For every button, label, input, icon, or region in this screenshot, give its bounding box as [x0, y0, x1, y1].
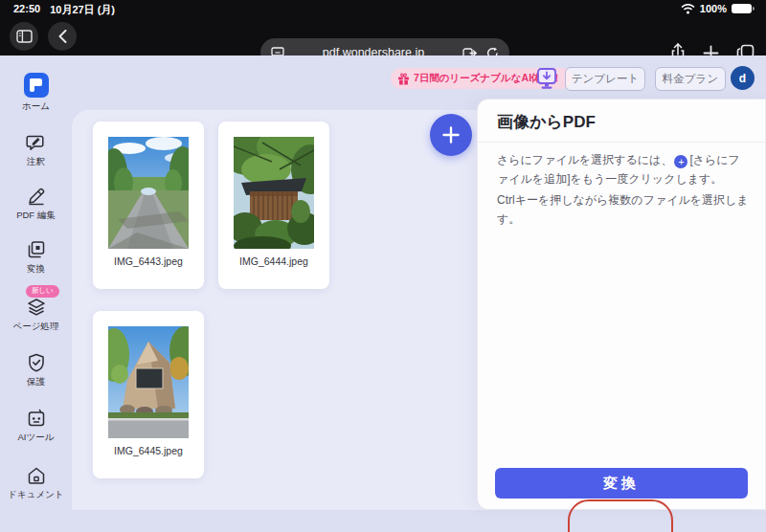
wifi-icon — [681, 4, 695, 14]
convert-icon — [26, 239, 47, 260]
plus-icon — [441, 125, 461, 144]
sidebar-toggle-button[interactable] — [10, 22, 38, 51]
date: 10月27日 (月) — [50, 3, 115, 17]
template-button[interactable]: テンプレート — [565, 67, 645, 91]
layers-icon — [26, 297, 47, 318]
app-header: 7日間のリーズナブルなAI体験！ テンプレート 料金プラン d — [0, 65, 766, 94]
file-card[interactable]: IMG_6444.jpeg — [218, 122, 329, 289]
sidebar-item-pdf-edit[interactable]: PDF 編集 — [0, 186, 72, 222]
panel-title: 画像からPDF — [497, 111, 596, 133]
convert-button[interactable]: 変換 — [495, 468, 748, 499]
instruction-2: Ctrlキーを押しながら複数のファイルを選択します。 — [497, 191, 750, 230]
photo-thumbnail-wooden-shrine — [234, 137, 314, 249]
sidebar-item-ai-tools[interactable]: AIツール — [0, 408, 72, 444]
instruction-1: さらにファイルを選択するには、+[さらにファイルを追加]をもう一度クリックします… — [497, 151, 750, 189]
webpage: 7日間のリーズナブルなAI体験！ テンプレート 料金プラン d ホーム 注釈 — [0, 55, 766, 532]
screen: 22:50 10月27日 (月) 100% — [0, 0, 766, 532]
photo-thumbnail-stone-monument — [108, 326, 189, 438]
edit-pencil-icon — [26, 186, 47, 207]
file-name: IMG_6443.jpeg — [93, 255, 204, 267]
battery-percent: 100% — [700, 3, 727, 14]
sidebar-item-protect[interactable]: 保護 — [0, 352, 72, 388]
sidebar: ホーム 注釈 PDF 編集 変換 新しい — [0, 55, 72, 532]
instruction-1a: さらにファイルを選択するには、 — [497, 153, 672, 166]
battery-icon — [732, 4, 755, 13]
browser-chrome: 22:50 10月27日 (月) 100% — [0, 0, 766, 55]
sidebar-icon — [16, 30, 33, 43]
sidebar-item-page-process[interactable]: 新しい ページ処理 — [0, 297, 72, 333]
status-bar: 22:50 10月27日 (月) 100% — [0, 0, 766, 17]
download-desktop-button[interactable] — [534, 66, 559, 91]
red-annotation-oval — [568, 499, 673, 532]
ai-robot-icon — [26, 408, 47, 429]
sidebar-item-label: ホーム — [22, 100, 50, 113]
sidebar-item-label: 注釈 — [27, 156, 45, 168]
add-file-button[interactable] — [430, 114, 472, 156]
back-chevron-icon — [58, 30, 67, 43]
image-to-pdf-panel: 画像からPDF さらにファイルを選択するには、+[さらにファイルを追加]をもう一… — [477, 99, 766, 510]
sidebar-item-label: ドキュメント — [8, 489, 63, 501]
documents-home-icon — [26, 465, 47, 486]
divider — [478, 142, 765, 143]
home-logo-icon — [24, 73, 49, 98]
sidebar-item-convert[interactable]: 変換 — [0, 239, 72, 276]
sidebar-item-home[interactable]: ホーム — [0, 73, 72, 113]
download-desktop-icon — [535, 67, 558, 91]
safari-toolbar: pdf.wondershare.jp — [0, 17, 766, 55]
file-card[interactable]: IMG_6445.jpeg — [93, 311, 204, 478]
sidebar-item-label: PDF 編集 — [16, 210, 56, 222]
sidebar-item-label: AIツール — [18, 432, 55, 444]
gift-icon — [397, 73, 410, 85]
annotation-icon — [26, 132, 47, 153]
file-name: IMG_6445.jpeg — [93, 445, 204, 456]
sidebar-item-label: 変換 — [27, 263, 45, 276]
photo-thumbnail-park-path — [108, 137, 189, 249]
sidebar-item-annotation[interactable]: 注釈 — [0, 132, 72, 168]
clock: 22:50 — [13, 3, 40, 17]
back-button[interactable] — [48, 22, 77, 51]
file-name: IMG_6444.jpeg — [218, 255, 329, 267]
sidebar-item-label: ページ処理 — [13, 321, 59, 333]
inline-add-icon: + — [674, 155, 687, 168]
sidebar-item-label: 保護 — [27, 376, 45, 388]
avatar[interactable]: d — [731, 66, 755, 90]
sidebar-item-documents[interactable]: ドキュメント — [0, 465, 72, 501]
file-card[interactable]: IMG_6443.jpeg — [93, 122, 204, 289]
pricing-button[interactable]: 料金プラン — [655, 67, 726, 91]
shield-check-icon — [26, 352, 47, 373]
